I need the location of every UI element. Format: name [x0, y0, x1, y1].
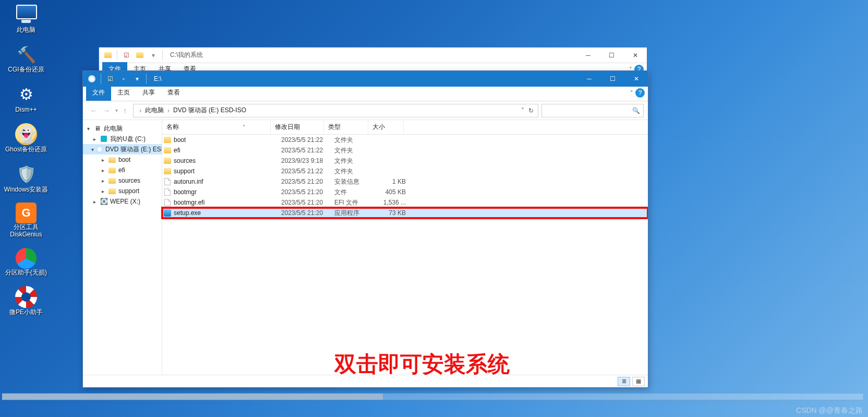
tree-item[interactable]: ▸efi	[83, 165, 162, 175]
view-details-button[interactable]: ≣	[618, 377, 630, 386]
up-button[interactable]: ↑	[123, 106, 127, 115]
maximize-button[interactable]: ☐	[601, 71, 624, 87]
back-button[interactable]: ←	[90, 106, 98, 115]
properties-icon[interactable]: ☑	[122, 51, 131, 60]
close-button[interactable]: ✕	[624, 71, 648, 87]
desktop-icon-windows-install[interactable]: 🛡️ Windows安装器	[1, 163, 51, 193]
desktop-icon-label: 此电脑	[17, 26, 35, 33]
file-name: bootmgr	[173, 188, 281, 196]
recent-menu-icon[interactable]: ▾	[115, 108, 118, 113]
file-type: 文件夹	[334, 157, 379, 165]
chevron-icon[interactable]: ▸	[100, 188, 106, 194]
folder-icon	[108, 176, 116, 185]
file-icon	[162, 178, 173, 185]
gear-icon: ⚙	[15, 83, 38, 106]
desktop-icon-label: CGI备份还原	[8, 66, 44, 73]
desktop-icon-cgi-backup[interactable]: 🔨 CGI备份还原	[1, 43, 51, 73]
chevron-right-icon[interactable]: ›	[138, 107, 143, 114]
desktop-icon-this-pc[interactable]: 此电脑	[1, 3, 51, 33]
forward-button[interactable]: →	[103, 106, 110, 115]
file-row[interactable]: bootmgr2023/5/5 21:20文件405 KB	[162, 187, 648, 197]
chevron-icon[interactable]: ▸	[100, 168, 106, 173]
desktop-icon-dism[interactable]: ⚙ Dism++	[1, 83, 51, 113]
disc-icon	[87, 74, 97, 84]
file-row[interactable]: setup.exe2023/5/5 21:20应用程序73 KB	[162, 208, 648, 218]
chevron-icon[interactable]: ▸	[100, 157, 106, 163]
pc-icon: 🖥	[93, 124, 102, 133]
chevron-icon[interactable]: ▾	[91, 147, 94, 152]
desktop-icon-micro-pe[interactable]: 微PE小助手	[1, 285, 51, 316]
col-size[interactable]: 大小	[372, 123, 385, 132]
file-date: 2023/5/5 21:20	[281, 178, 334, 185]
breadcrumb-item[interactable]: DVD 驱动器 (E:) ESD-ISO	[173, 106, 246, 115]
tab-file[interactable]: 文件	[86, 86, 111, 101]
view-icons-button[interactable]: ▦	[632, 377, 645, 386]
file-name: boot	[173, 136, 281, 144]
tree-item[interactable]: ▸support	[83, 186, 162, 196]
desktop-icon-label: 分区助手(无损)	[5, 269, 47, 276]
diskgenius-icon: G	[16, 202, 37, 223]
file-row[interactable]: boot2023/5/5 21:22文件夹	[162, 135, 648, 145]
file-size: 1,536 ...	[379, 199, 410, 206]
minimize-button[interactable]: ─	[576, 47, 600, 63]
chevron-icon[interactable]: ▸	[100, 178, 106, 184]
desktop-icon-partition-asst[interactable]: 分区助手(无损)	[1, 248, 51, 276]
tree-label: boot	[118, 156, 130, 163]
close-button[interactable]: ✕	[623, 47, 647, 63]
help-icon[interactable]: ?	[635, 88, 645, 98]
tree-item[interactable]: ▾DVD 驱动器 (E:) ESD-ISO	[83, 144, 162, 154]
tree-item[interactable]: ▸sources	[83, 175, 162, 186]
tab-home[interactable]: 主页	[111, 86, 136, 101]
navigation-pane[interactable]: ▾🖥此电脑▸我的U盘 (C:)▾DVD 驱动器 (E:) ESD-ISO▸boo…	[83, 120, 162, 375]
desktop-icon-label: 分区工具DiskGenius	[1, 223, 51, 239]
new-folder-icon[interactable]	[135, 51, 144, 60]
tree-label: WEPE (X:)	[110, 198, 140, 205]
col-type[interactable]: 类型	[328, 123, 341, 132]
search-input[interactable]: 🔍	[541, 104, 644, 117]
tree-item[interactable]: ▸💽WEPE (X:)	[83, 196, 162, 207]
file-type: 文件	[334, 188, 379, 197]
file-row[interactable]: bootmgr.efi2023/5/5 21:20EFI 文件1,536 ...	[162, 197, 648, 208]
ribbon-expand-icon[interactable]: ˅	[630, 90, 633, 97]
new-folder-icon[interactable]: ▫	[119, 74, 128, 84]
address-bar[interactable]: › 此电脑 › DVD 驱动器 (E:) ESD-ISO ˅ ↻	[133, 104, 538, 117]
properties-icon[interactable]: ☑	[105, 74, 115, 84]
qat-menu-icon[interactable]: ▾	[132, 74, 142, 84]
desktop-icon-label: Dism++	[15, 106, 37, 113]
desktop-icon-label: Windows安装器	[4, 186, 49, 193]
file-row[interactable]: efi2023/5/5 21:22文件夹	[162, 145, 648, 156]
titlebar[interactable]: ☑ ▾ C:\我的系统 ─ ☐ ✕	[99, 47, 647, 63]
tree-item[interactable]: ▸boot	[83, 154, 162, 165]
file-row[interactable]: sources2023/9/23 9:18文件夹	[162, 156, 648, 166]
tree-item[interactable]: ▾🖥此电脑	[83, 123, 162, 134]
breadcrumb-item[interactable]: 此电脑	[145, 106, 164, 115]
status-bar: ≣ ▦	[83, 375, 648, 387]
scroll-thumb[interactable]	[2, 394, 383, 400]
titlebar[interactable]: ☑ ▫ ▾ E:\ ─ ☐ ✕	[83, 71, 648, 87]
chevron-icon[interactable]: ▸	[91, 136, 98, 142]
tree-item[interactable]: ▸我的U盘 (C:)	[83, 134, 162, 144]
tab-view[interactable]: 查看	[161, 86, 186, 101]
chevron-icon[interactable]: ▾	[85, 126, 91, 132]
chevron-icon[interactable]: ▸	[91, 199, 98, 205]
desktop-icon-ghost[interactable]: 👻 Ghost备份还原	[1, 123, 51, 153]
minimize-button[interactable]: ─	[577, 71, 601, 87]
column-headers[interactable]: 名称˄ 修改日期 类型 大小	[162, 120, 648, 135]
file-row[interactable]: support2023/5/5 21:22文件夹	[162, 166, 648, 176]
file-date: 2023/9/23 9:18	[281, 157, 334, 164]
col-name[interactable]: 名称	[166, 123, 179, 132]
col-date[interactable]: 修改日期	[275, 123, 300, 132]
file-name: support	[173, 168, 281, 175]
folder-icon	[162, 168, 173, 174]
desktop-icon-diskgenius[interactable]: G 分区工具DiskGenius	[1, 202, 51, 239]
exe-icon	[162, 209, 173, 217]
refresh-button[interactable]: ↻	[528, 107, 534, 114]
qat-menu-icon[interactable]: ▾	[149, 51, 158, 60]
horizontal-scrollbar[interactable]	[2, 393, 864, 400]
maximize-button[interactable]: ☐	[600, 47, 623, 63]
tab-share[interactable]: 共享	[136, 86, 161, 101]
file-row[interactable]: autorun.inf2023/5/5 21:20安装信息1 KB	[162, 176, 648, 187]
chevron-right-icon[interactable]: ›	[166, 107, 171, 114]
address-dropdown-icon[interactable]: ˅	[521, 107, 524, 114]
file-date: 2023/5/5 21:20	[281, 188, 334, 196]
